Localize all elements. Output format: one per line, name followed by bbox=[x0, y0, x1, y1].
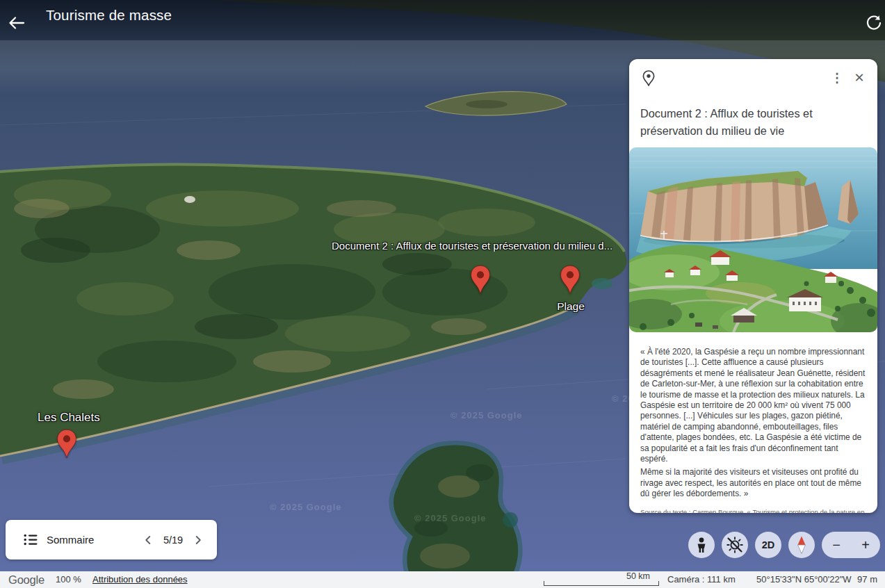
pegman-button[interactable] bbox=[688, 532, 715, 558]
2d-mode-button[interactable]: 2D bbox=[755, 532, 781, 558]
pegman-icon bbox=[695, 537, 708, 553]
slide-page-indicator: 5/19 bbox=[157, 534, 189, 546]
orbit-reset-icon bbox=[864, 13, 884, 33]
placemark-title: Document 2 : Afflux de touristes et prés… bbox=[629, 94, 877, 139]
map-pin-les-chalets[interactable] bbox=[56, 429, 77, 459]
chevron-right-icon bbox=[190, 532, 206, 548]
google-earth-window: © 2025 Google © 2025 Google © 2025 Googl… bbox=[0, 0, 885, 588]
back-button[interactable] bbox=[7, 13, 26, 33]
sun-lighting-toggle[interactable] bbox=[722, 532, 748, 558]
previous-slide-button[interactable] bbox=[139, 531, 157, 549]
map-watermark: © 2025 Google bbox=[270, 502, 342, 512]
zoom-control: − + bbox=[822, 532, 880, 558]
summary-bar: Sommaire 5/19 bbox=[6, 520, 217, 560]
cursor-coordinates: 50°15'33"N 65°00'22"W bbox=[756, 571, 852, 588]
chevron-left-icon bbox=[140, 532, 156, 548]
map-label-plage: Plage bbox=[549, 300, 593, 313]
map-scale-label: 50 km bbox=[626, 571, 650, 581]
description-paragraph: « À l'été 2020, la Gaspésie a reçu un no… bbox=[640, 347, 866, 464]
map-pin-document2[interactable] bbox=[470, 265, 491, 295]
terrain-elevation: 97 m bbox=[857, 571, 877, 588]
placemark-description: « À l'été 2020, la Gaspésie a reçu un no… bbox=[629, 332, 877, 500]
source-citation: Source du texte : Carmen Bourque, « Tour… bbox=[640, 508, 866, 513]
compass-needle-icon bbox=[788, 532, 815, 558]
map-scale-bar: 50 km bbox=[544, 581, 659, 586]
more-options-button[interactable]: ⋮ bbox=[826, 67, 848, 89]
placemark-pin-icon bbox=[641, 70, 656, 86]
source-text: Source du texte : Carmen Bourque, « Tour… bbox=[640, 508, 864, 513]
map-label-document2: Document 2 : Afflux de touristes et prés… bbox=[332, 240, 612, 252]
zoom-in-button[interactable]: + bbox=[851, 532, 880, 558]
map-watermark: © 2025 Google bbox=[450, 410, 523, 420]
placemark-panel: ⋮ ✕ Document 2 : Afflux de touristes et … bbox=[629, 59, 877, 513]
google-logo[interactable]: Google bbox=[8, 571, 44, 588]
table-of-contents-icon[interactable] bbox=[24, 533, 38, 546]
next-slide-button[interactable] bbox=[189, 531, 207, 549]
compass-button[interactable] bbox=[788, 532, 815, 558]
map-pin-plage[interactable] bbox=[560, 265, 580, 295]
status-bar: Google 100 % Attribution des données 50 … bbox=[0, 571, 885, 588]
placemark-photo bbox=[629, 147, 877, 332]
reset-view-button[interactable] bbox=[864, 13, 884, 33]
camera-altitude: Caméra : 111 km bbox=[667, 571, 736, 588]
map-label-les-chalets: Les Chalets bbox=[38, 411, 100, 425]
zoom-percentage: 100 % bbox=[56, 571, 81, 588]
sun-off-icon bbox=[722, 532, 748, 558]
close-panel-button[interactable]: ✕ bbox=[848, 67, 870, 89]
arrow-left-icon bbox=[7, 13, 26, 33]
map-watermark: © 2025 Google bbox=[414, 513, 487, 523]
data-attribution-link[interactable]: Attribution des données bbox=[92, 571, 188, 588]
project-title: Tourisme de masse bbox=[46, 7, 172, 24]
description-paragraph: Même si la majorité des visiteurs et vis… bbox=[640, 467, 866, 499]
panel-header: ⋮ ✕ bbox=[629, 59, 877, 94]
summary-button[interactable]: Sommaire bbox=[47, 534, 94, 546]
zoom-out-button[interactable]: − bbox=[822, 532, 851, 558]
